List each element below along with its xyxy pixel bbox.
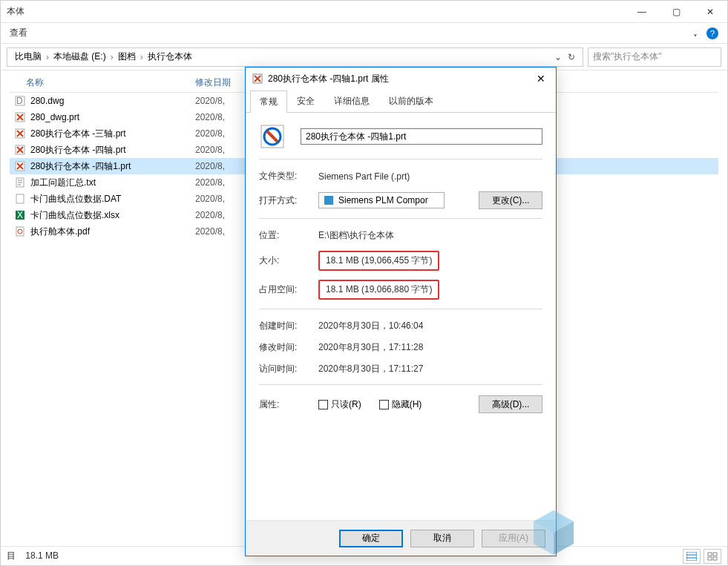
value-location: E:\图档\执行仓本体 [318,229,542,242]
file-name: 280执行仓本体 -四轴.prt [30,144,126,157]
filename-input[interactable] [301,128,542,145]
hidden-checkbox[interactable]: 隐藏(H) [379,398,422,411]
checkbox-icon [318,400,328,409]
tab-details[interactable]: 详细信息 [324,90,379,112]
dialog-close-button[interactable]: ✕ [526,68,556,90]
label-disk: 占用空间: [259,283,318,296]
file-large-icon [259,123,286,150]
tab-security[interactable]: 安全 [287,90,324,112]
xlsx-file-icon: X [14,209,26,221]
menu-view[interactable]: 查看 [10,27,27,39]
label-attrs: 属性: [259,398,318,411]
advanced-button[interactable]: 高级(D)... [479,395,542,413]
prt-file-icon [14,144,26,156]
col-name[interactable]: 名称 [10,76,195,89]
file-name: 280_dwg.prt [30,112,79,122]
help-icon[interactable]: ? [706,27,718,39]
breadcrumb-seg[interactable]: 比电脑 [12,50,45,63]
file-name: 卡门曲线点位数据.DAT [30,193,121,205]
minimize-button[interactable]: — [625,1,659,23]
refresh-icon[interactable]: ↻ [568,52,575,62]
breadcrumb[interactable]: 比电脑 › 本地磁盘 (E:) › 图档 › 执行仓本体 ⌄ ↻ [7,47,583,67]
dialog-body: 文件类型: Siemens Part File (.prt) 打开方式: Sie… [246,113,556,520]
openwith-app: Siemens PLM Compor [318,192,445,208]
change-button[interactable]: 更改(C)... [479,191,542,209]
svg-rect-15 [686,552,697,561]
label-accessed: 访问时间: [259,363,318,375]
readonly-label: 只读(R) [331,398,361,411]
value-modified: 2020年8月30日，17:11:28 [318,341,542,354]
chevron-right-icon: › [46,52,49,62]
readonly-checkbox[interactable]: 只读(R) [318,398,361,411]
openwith-name: Siemens PLM Compor [338,195,428,205]
dialog-footer: 确定 取消 应用(A) [246,520,556,556]
separator [259,384,542,385]
properties-dialog: 280执行仓本体 -四轴1.prt 属性 ✕ 常规 安全 详细信息 以前的版本 … [245,67,557,556]
dialog-tabs: 常规 安全 详细信息 以前的版本 [246,90,556,113]
breadcrumb-seg[interactable]: 本地磁盘 (E:) [50,50,109,63]
svg-rect-19 [713,553,717,556]
prt-file-icon [14,160,26,172]
file-name: 280执行仓本体 -三轴.prt [30,128,126,140]
file-name: 280执行仓本体 -四轴1.prt [30,160,131,173]
prt-file-icon [14,111,26,123]
svg-rect-21 [713,557,717,560]
label-location: 位置: [259,229,318,242]
label-filetype: 文件类型: [259,170,318,182]
tab-general[interactable]: 常规 [250,91,287,113]
menubar: 查看 ⌄ ? [1,23,727,44]
checkbox-icon [379,400,389,409]
tab-previous[interactable]: 以前的版本 [379,90,443,112]
search-placeholder: 搜索"执行仓本体" [593,50,662,63]
view-details-icon[interactable] [683,549,701,564]
separator [259,309,542,309]
hidden-label: 隐藏(H) [392,398,422,411]
titlebar: 本体 — ▢ ✕ [1,1,727,23]
separator [259,218,542,219]
file-name: 卡门曲线点位数据.xlsx [30,209,119,222]
chevron-right-icon: › [140,52,143,62]
breadcrumb-seg[interactable]: 执行仓本体 [145,50,195,63]
value-disk: 18.1 MB (19,066,880 字节) [318,280,439,300]
ok-button[interactable]: 确定 [339,530,403,547]
label-created: 创建时间: [259,320,318,332]
view-icons-icon[interactable] [704,549,721,564]
svg-rect-18 [708,553,712,556]
dialog-title: 280执行仓本体 -四轴1.prt 属性 [268,73,389,85]
chevron-right-icon: › [111,52,114,62]
app-icon [324,195,334,205]
svg-text:D: D [16,96,23,106]
label-modified: 修改时间: [259,341,318,354]
breadcrumb-dropdown-icon[interactable]: ⌄ [554,52,562,62]
status-count-suffix: 目 [7,550,16,561]
file-name: 执行舱本体.pdf [30,226,90,238]
dat-file-icon [14,193,26,205]
svg-rect-25 [324,196,333,205]
pdf-file-icon [14,226,26,237]
value-size: 18.1 MB (19,066,455 字节) [318,251,439,271]
apply-button[interactable]: 应用(A) [482,530,545,547]
window-title: 本体 [7,5,24,18]
status-size: 18.1 MB [25,550,59,561]
prt-file-icon [14,128,26,139]
label-openwith: 打开方式: [259,194,318,207]
prt-file-icon [252,73,263,85]
separator [259,159,542,159]
value-accessed: 2020年8月30日，17:11:27 [318,363,542,375]
txt-file-icon [14,177,26,188]
dwg-file-icon: D [14,95,26,107]
svg-text:X: X [17,210,23,220]
svg-rect-20 [708,557,712,560]
breadcrumb-seg[interactable]: 图档 [115,50,139,63]
file-name: 280.dwg [30,96,64,106]
maximize-button[interactable]: ▢ [659,1,693,23]
cancel-button[interactable]: 取消 [410,530,474,547]
close-button[interactable]: ✕ [693,1,727,23]
value-created: 2020年8月30日，10:46:04 [318,320,542,332]
label-size: 大小: [259,254,318,267]
svg-rect-10 [16,194,24,203]
dialog-titlebar[interactable]: 280执行仓本体 -四轴1.prt 属性 ✕ [246,68,556,90]
search-input[interactable]: 搜索"执行仓本体" [588,47,721,67]
value-filetype: Siemens Part File (.prt) [318,171,542,182]
ribbon-expand-icon[interactable]: ⌄ [693,28,698,39]
